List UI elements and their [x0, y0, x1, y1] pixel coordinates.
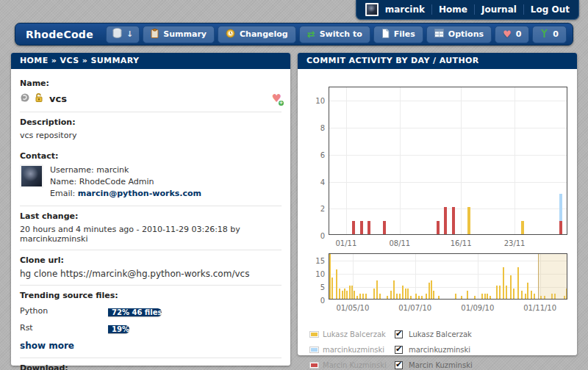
home-link[interactable]: Home	[439, 4, 467, 15]
plot-area	[329, 87, 567, 235]
user-menu-bar: marcink Home Journal Log Out	[356, 0, 579, 20]
divider	[523, 4, 524, 15]
chart-bar	[410, 296, 412, 299]
chart-bar	[359, 294, 361, 299]
contact-email-link[interactable]: marcin@python-works.com	[78, 189, 201, 198]
chart-bar	[379, 294, 381, 299]
chart-bar	[438, 296, 440, 299]
tab-files[interactable]: Files	[373, 26, 423, 43]
chart-bar	[331, 278, 333, 299]
contact-avatar	[20, 164, 43, 188]
trending-bar: 19%	[108, 325, 129, 333]
chart-bar	[467, 207, 470, 234]
download-label: Download:	[20, 363, 282, 370]
chart-bar	[356, 296, 358, 299]
summary-panel: HOME » VCS » SUMMARY Name: vcs ♥+ Descri…	[11, 53, 290, 366]
switch-to-button[interactable]: ⇄ Switch to	[299, 26, 370, 43]
contact-email-label: Email:	[50, 189, 78, 198]
axis-tick-label: 08/11	[389, 239, 410, 247]
description-section: Description: vcs repository	[20, 112, 282, 146]
clone-url-text[interactable]: hg clone https://marcink@hg.python-works…	[20, 269, 282, 279]
options-button[interactable]: Options	[426, 26, 492, 43]
show-more-link[interactable]: show more	[20, 341, 74, 351]
gridline	[329, 155, 567, 156]
chart-bar	[559, 194, 562, 221]
gridline	[346, 87, 347, 234]
chart-bar	[396, 294, 398, 299]
chart-bar	[339, 289, 340, 299]
chart-bar	[490, 296, 491, 299]
chart-bar	[521, 291, 523, 299]
gridline	[329, 128, 567, 128]
chart-bar	[455, 294, 456, 299]
chart-bar	[336, 269, 337, 299]
chart-bar	[365, 294, 367, 299]
download-section: Download: vcs.zip | vcs.gz | vcs.bz2	[20, 358, 282, 370]
chart-bar	[461, 296, 462, 299]
legend-swatch-yellow	[309, 331, 319, 338]
chart-bar	[351, 286, 353, 299]
chart-bar	[467, 291, 468, 299]
axis-tick-label: 0	[320, 232, 325, 240]
chart-bar	[481, 294, 483, 299]
chart-bar	[390, 291, 392, 299]
trending-lang: Rst	[20, 323, 108, 333]
followers-counter[interactable]: ♥ 0	[495, 26, 529, 43]
axis-tick-label: 16/11	[451, 239, 472, 247]
contact-name: Name: RhodeCode Admin	[50, 176, 201, 188]
axis-tick-label: 01/09/10	[461, 304, 494, 312]
journal-link[interactable]: Journal	[481, 4, 517, 15]
author-checkbox[interactable]	[395, 330, 403, 338]
chart-bar	[510, 275, 512, 299]
author-checkbox[interactable]	[395, 346, 403, 354]
axis-tick-label: 5	[320, 283, 325, 291]
tab-changelog[interactable]: Changelog	[218, 26, 296, 43]
logout-link[interactable]: Log Out	[531, 4, 570, 15]
chart-bar	[506, 286, 507, 299]
trending-lang: Python	[20, 306, 108, 316]
chart-bar	[426, 294, 427, 299]
axis-tick-label: 10	[315, 270, 325, 278]
chart-bar	[360, 221, 363, 234]
followers-count: 0	[516, 29, 522, 39]
chart-bar	[352, 221, 355, 234]
commit-activity-body: 024681001/1108/1116/1123/11 05101501/05/…	[298, 69, 577, 370]
gridline	[329, 182, 567, 183]
trending-row: Rst 19%	[20, 321, 282, 335]
chart-bar	[431, 280, 432, 299]
main-navbar: RhodeCode ↓ Summary Changelog ⇄ Switch t…	[15, 23, 573, 46]
chart-bar	[349, 286, 351, 299]
contact-email-row: Email: marcin@python-works.com	[50, 188, 201, 200]
forks-counter[interactable]: 0	[532, 26, 567, 43]
breadcrumb[interactable]: HOME » VCS » SUMMARY	[11, 53, 290, 69]
chart-bar	[405, 289, 406, 299]
chart-bar	[354, 291, 355, 299]
follow-heart-button[interactable]: ♥+	[272, 93, 282, 104]
app-logo[interactable]: RhodeCode	[15, 29, 104, 40]
repo-switcher-button[interactable]: ↓	[106, 26, 140, 43]
chart-bar	[496, 286, 498, 299]
range-selection-overlay[interactable]	[538, 254, 567, 299]
switch-arrows-icon: ⇄	[307, 29, 315, 39]
chart-bar	[525, 294, 526, 299]
axis-tick-label: 15	[315, 257, 325, 265]
commit-activity-overview-chart[interactable]: 05101501/05/1001/07/1001/09/1001/11/10	[329, 253, 569, 316]
legend-name: Marcin Kuzminski	[323, 361, 391, 369]
last-change-section: Last change: 20 hours and 4 minutes ago …	[20, 206, 282, 250]
author-checkbox[interactable]	[395, 361, 403, 369]
chart-bar	[329, 254, 331, 299]
divider	[431, 4, 432, 15]
trending-row: Python 72% 46 files	[20, 304, 282, 318]
axis-tick-label: 01/07/10	[398, 304, 431, 312]
user-avatar[interactable]	[365, 3, 379, 16]
contact-username: Username: marcink	[50, 164, 201, 176]
gridline	[329, 274, 567, 275]
chart-bar	[452, 207, 455, 234]
tab-summary[interactable]: Summary	[143, 26, 215, 43]
gridline	[461, 87, 462, 234]
gridline	[329, 261, 567, 261]
chart-bar	[373, 289, 375, 299]
gridline	[415, 254, 416, 299]
commit-activity-chart[interactable]: 024681001/1108/1116/1123/11	[329, 87, 569, 252]
axis-tick-label: 01/05/10	[336, 304, 369, 312]
